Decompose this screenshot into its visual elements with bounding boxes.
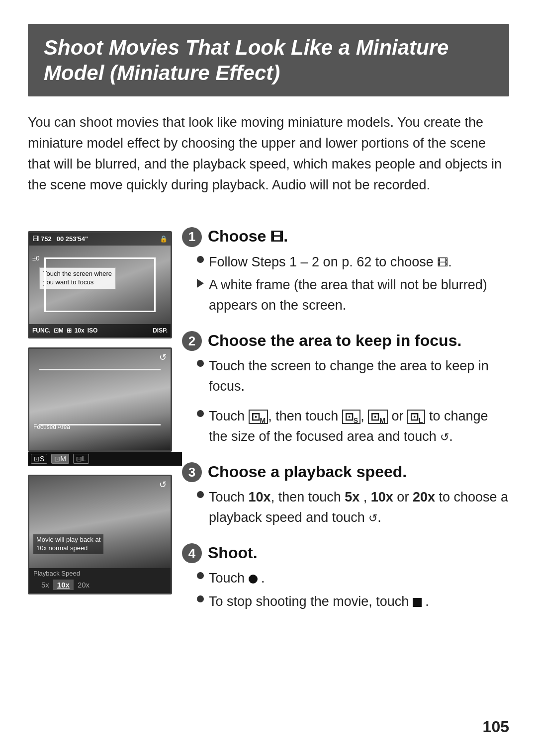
cam-mode-label: ⊡M: [54, 327, 64, 334]
page-title: Shoot Movies That Look Like a Miniature …: [44, 35, 493, 85]
bullet-circle-1: [197, 256, 204, 263]
step-2-header: 2 Choose the area to keep in focus.: [182, 330, 509, 351]
camera-images-column: 🎞 752 00 253'54" 🔒 Touch the screen wher…: [28, 226, 182, 627]
bold-10x-b: 10x: [371, 490, 393, 504]
speed-controls: Playback Speed 5x 10x 20x: [29, 568, 171, 593]
step-1-header: 1 Choose 🎞.: [182, 226, 509, 247]
speed-btn-row: 5x 10x 20x: [33, 578, 167, 591]
step-3-block: 3 Choose a playback speed. Touch 10x, th…: [182, 461, 509, 531]
step-3-bullets: Touch 10x, then touch 5x , 10x or 20x to…: [182, 487, 509, 527]
icon-fs: ⊡S: [342, 410, 360, 424]
cam-bottombar-1: FUNC. ⊡M ⊞ 10x ISO DISP.: [29, 324, 171, 337]
focus-bar-top: [39, 369, 161, 370]
focus-bar-bottom: [39, 424, 161, 425]
speed-label: Playback Speed: [33, 570, 167, 577]
step-1-bullet-1: Follow Steps 1 – 2 on p. 62 to choose 🎞.: [197, 252, 509, 272]
cam-iso-label: ISO: [88, 327, 98, 334]
cam-zoom-label: 10x: [75, 327, 85, 334]
focus-bars: [29, 349, 171, 450]
undo-icon-3: ↺: [159, 479, 167, 490]
white-frame: [44, 257, 156, 312]
camera-screen-2-wrapper: ↺ Focused Area ⊡S ⊡M ⊡L: [28, 347, 182, 466]
camera-screen-3: ↺ Movie will play back at10x normal spee…: [28, 475, 172, 594]
camera-screen-3-inner: ↺ Movie will play back at10x normal spee…: [29, 476, 171, 568]
camera-screen-1-inner: 🎞 752 00 253'54" 🔒 Touch the screen wher…: [29, 233, 171, 337]
stop-icon: [413, 598, 422, 607]
camera-screen-2: ↺ Focused Area: [28, 347, 172, 452]
cam-disp-label: DISP.: [153, 327, 168, 334]
page-number: 105: [483, 718, 509, 736]
undo-char-1: ↺: [440, 431, 449, 443]
icon-fl: ⊡L: [407, 410, 426, 424]
step-2-bullets: Touch the screen to change the area to k…: [182, 356, 509, 446]
step-3-number: 3: [182, 462, 202, 482]
size-btn-s[interactable]: ⊡S: [31, 454, 47, 464]
bullet-triangle-1: [197, 279, 204, 288]
cam-topbar-time: 00 253'54": [57, 235, 88, 243]
step-4-block: 4 Shoot. Touch . To stop shooting the mo…: [182, 542, 509, 615]
bullet-circle-5: [197, 572, 204, 579]
step-1-bullet-1-text: Follow Steps 1 – 2 on p. 62 to choose 🎞.: [209, 252, 452, 272]
cam-topbar-1: 🎞 752 00 253'54" 🔒: [29, 233, 171, 246]
step-1-bullet-2: A white frame (the area that will not be…: [197, 275, 509, 315]
touch-record-icon: [249, 575, 258, 584]
cam-lock-icon: 🔒: [160, 235, 168, 243]
steps-column: 1 Choose 🎞. Follow Steps 1 – 2 on p. 62 …: [182, 226, 509, 627]
step-1-number: 1: [182, 227, 202, 247]
speed-5x[interactable]: 5x: [37, 580, 53, 590]
steps-area: 🎞 752 00 253'54" 🔒 Touch the screen wher…: [28, 226, 509, 627]
cam-topbar-text-1: 752: [41, 235, 52, 243]
step-1-bullets: Follow Steps 1 – 2 on p. 62 to choose 🎞.…: [182, 252, 509, 316]
bullet-circle-6: [197, 595, 204, 602]
undo-char-2: ↺: [368, 512, 377, 524]
size-btn-l[interactable]: ⊡L: [73, 454, 89, 464]
bullet-circle-3: [197, 410, 204, 417]
step-1-block: 1 Choose 🎞. Follow Steps 1 – 2 on p. 62 …: [182, 226, 509, 320]
step-2-bullet-1: Touch the screen to change the area to k…: [197, 356, 509, 396]
step-2-bullet-2: Touch ⊡M, then touch ⊡S, ⊡M or ⊡L to cha…: [197, 406, 509, 446]
step-4-bullet-1: Touch .: [197, 568, 509, 588]
step-2-bullet-1-text: Touch the screen to change the area to k…: [209, 356, 509, 396]
step-1-title: Choose 🎞.: [208, 227, 288, 246]
cam-grid-icon: ⊞: [67, 327, 72, 334]
title-line2: Model (Miniature Effect): [44, 61, 280, 84]
page-container: Shoot Movies That Look Like a Miniature …: [0, 0, 537, 656]
bold-5x: 5x: [345, 490, 359, 504]
exposure-indicator: ±0: [32, 254, 39, 262]
title-box: Shoot Movies That Look Like a Miniature …: [28, 24, 509, 96]
cam-func-label: FUNC.: [32, 327, 51, 334]
camera-screen-1: 🎞 752 00 253'54" 🔒 Touch the screen wher…: [28, 231, 172, 338]
step-1-bullet-2-text: A white frame (the area that will not be…: [209, 275, 509, 315]
step-3-title: Choose a playback speed.: [208, 463, 407, 481]
film-icon-ref: 🎞: [437, 256, 448, 269]
step-4-bullet-1-text: Touch .: [209, 568, 265, 588]
step-3-header: 3 Choose a playback speed.: [182, 461, 509, 482]
playback-label-box: Movie will play back at10x normal speed: [33, 534, 103, 554]
cam-icon-1: 🎞: [32, 235, 39, 243]
bold-10x-a: 10x: [249, 490, 271, 504]
icon-fm: ⊡M: [249, 410, 268, 424]
title-line1: Shoot Movies That Look Like a Miniature: [44, 36, 448, 59]
bold-20x: 20x: [413, 490, 435, 504]
step-4-bullet-2: To stop shooting the movie, touch .: [197, 591, 509, 612]
film-icon-step1: 🎞: [270, 230, 283, 245]
step-2-bullet-2-text: Touch ⊡M, then touch ⊡S, ⊡M or ⊡L to cha…: [209, 406, 509, 446]
size-btn-m[interactable]: ⊡M: [51, 454, 69, 464]
intro-paragraph: You can shoot movies that look like movi…: [28, 112, 509, 210]
step-2-block: 2 Choose the area to keep in focus. Touc…: [182, 330, 509, 450]
step-4-number: 4: [182, 543, 202, 563]
bullet-circle-2: [197, 360, 204, 367]
icon-fm2: ⊡M: [368, 410, 388, 424]
bullet-circle-4: [197, 491, 204, 498]
step-3-bullet-1-text: Touch 10x, then touch 5x , 10x or 20x to…: [209, 487, 509, 527]
speed-10x[interactable]: 10x: [53, 580, 74, 590]
speed-20x[interactable]: 20x: [74, 580, 93, 590]
step-3-bullet-1: Touch 10x, then touch 5x , 10x or 20x to…: [197, 487, 509, 527]
step-2-number: 2: [182, 331, 202, 351]
step-4-title: Shoot.: [208, 544, 258, 562]
step-4-header: 4 Shoot.: [182, 542, 509, 563]
step-4-bullets: Touch . To stop shooting the movie, touc…: [182, 568, 509, 611]
step-2-title: Choose the area to keep in focus.: [208, 332, 461, 350]
size-btn-row: ⊡S ⊡M ⊡L: [28, 452, 182, 466]
step-4-bullet-2-text: To stop shooting the movie, touch .: [209, 591, 429, 612]
